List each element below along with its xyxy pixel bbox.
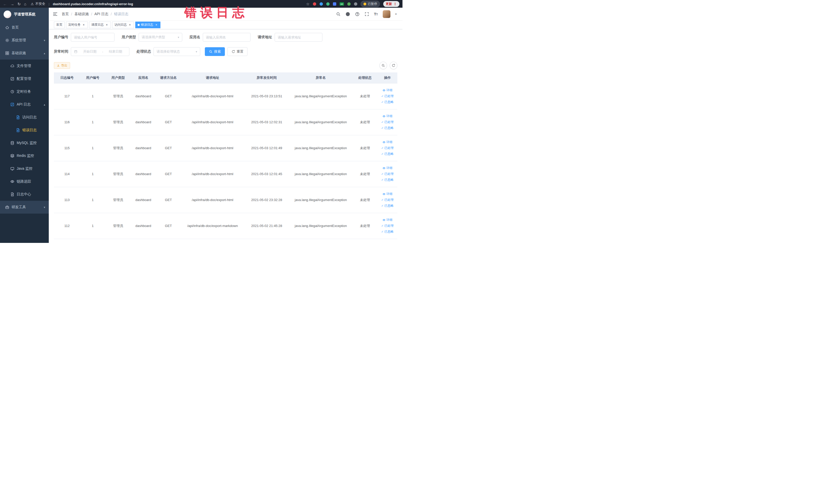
cell-user-id: 1 [80,161,105,187]
github-icon[interactable] [346,12,350,16]
breadcrumb-item[interactable]: API 日志 [95,12,108,16]
mark-processed-link[interactable]: ✓ 已处理 [379,119,396,125]
check-icon: ✓ [381,197,384,203]
sidebar-item-infrastructure[interactable]: 基础设施 ▴ [0,47,49,60]
sidebar-item-dev-tools[interactable]: 研发工具 ▾ [0,201,49,214]
table-row[interactable]: 112 1 管理员 dashboard GET /api/infra/db-do… [54,213,398,239]
exception-time-label: 异常时间 [54,49,68,54]
reset-button[interactable]: 重置 [227,47,247,56]
table-row[interactable]: 117 1 管理员 dashboard GET /api/infra/db-do… [54,83,398,109]
extension-icon[interactable] [320,2,323,6]
menu-kebab-icon[interactable]: ⋮ [393,2,397,6]
sidebar-item-config-management[interactable]: 配置管理 [0,73,49,85]
close-icon[interactable]: × [82,23,85,27]
sidebar-item-system-management[interactable]: 系统管理 ▾ [0,34,49,47]
mark-processed-link[interactable]: ✓ 已处理 [379,223,396,229]
export-button[interactable]: 导出 [54,62,70,69]
app-logo-row[interactable]: 芋道管理系统 [0,8,49,21]
mark-processed-link[interactable]: ✓ 已处理 [379,197,396,203]
refresh-table-button[interactable] [390,62,398,69]
sidebar-item-log-center[interactable]: 日志中心 [0,188,49,201]
update-chip[interactable]: 更新 ⋮ [383,1,400,7]
mark-ignored-link[interactable]: ✓ 已忽略 [379,151,396,157]
close-icon[interactable]: × [105,23,108,27]
process-status-select[interactable]: 请选择处理状态 ▾ [154,47,200,56]
paused-chip[interactable]: 已暂停 [361,1,380,7]
table-row[interactable]: 113 1 管理员 dashboard GET /api/infra/db-do… [54,187,398,213]
extension-icon[interactable] [347,2,351,6]
security-chip[interactable]: ⚠ 不安全 [31,2,45,6]
tab-scheduled-jobs[interactable]: 定时任务 × [66,22,88,28]
search-icon[interactable] [336,12,341,16]
mark-processed-link[interactable]: ✓ 已处理 [379,93,396,99]
user-id-field[interactable] [71,33,115,42]
sidebar-menu: 首页 系统管理 ▾ 基础设施 ▴ 文件管理 配置管理 [0,21,49,214]
mark-ignored-link[interactable]: ✓ 已忽略 [379,99,396,105]
detail-link[interactable]: 详细 [379,165,396,171]
table-row[interactable]: 116 1 管理员 dashboard GET /api/infra/db-do… [54,109,398,135]
sidebar-item-redis-monitor[interactable]: Redis 监控 [0,149,49,162]
app-name-field[interactable] [203,33,250,42]
top-navbar: 首页 / 基础设施 / API 日志 / 错误日志 TT ▾ [49,8,403,21]
browser-forward-icon[interactable]: → [10,2,14,6]
user-type-select[interactable]: 请选择用户类型 ▾ [139,33,182,42]
cell-method: GET [156,135,181,161]
sidebar-item-error-log[interactable]: 错误日志 [0,124,49,137]
browser-reload-icon[interactable]: ↻ [18,2,21,6]
breadcrumb-item[interactable]: 首页 [62,12,69,16]
fullscreen-icon[interactable] [365,12,369,16]
bookmark-star-icon[interactable]: ☆ [306,2,309,6]
cell-user-id: 1 [80,187,105,213]
sidebar-item-home[interactable]: 首页 [0,21,49,34]
sidebar-item-access-log[interactable]: 访问日志 [0,111,49,124]
request-url-input[interactable] [278,36,319,39]
detail-link[interactable]: 详细 [379,87,396,93]
request-url-field[interactable] [274,33,322,42]
search-button[interactable]: 搜索 [205,47,225,56]
sidebar-item-mysql-monitor[interactable]: MySQL 监控 [0,137,49,149]
extension-on-badge[interactable]: on [340,2,344,6]
extension-icon[interactable] [326,2,330,6]
table-row[interactable]: 114 1 管理员 dashboard GET /api/infra/db-do… [54,161,398,187]
tab-schedule-log[interactable]: 调度日志 × [89,22,111,28]
detail-link[interactable]: 详细 [379,191,396,197]
toggle-search-button[interactable] [380,62,387,69]
user-avatar[interactable] [383,10,390,18]
help-icon[interactable] [355,12,360,16]
user-id-input[interactable] [74,36,111,39]
extension-icon[interactable] [333,2,336,6]
tab-access-log[interactable]: 访问日志 × [112,22,134,28]
tab-home[interactable]: 首页 [54,22,65,28]
table-row[interactable]: 115 1 管理员 dashboard GET /api/infra/db-do… [54,135,398,161]
hamburger-icon[interactable] [53,12,58,16]
sidebar-item-api-log[interactable]: API 日志 ▴ [0,98,49,111]
mark-ignored-link[interactable]: ✓ 已忽略 [379,125,396,131]
mark-ignored-link[interactable]: ✓ 已忽略 [379,177,396,183]
detail-link[interactable]: 详细 [379,113,396,119]
close-icon[interactable]: × [128,23,132,27]
sidebar-item-scheduled-jobs[interactable]: 定时任务 [0,85,49,98]
detail-link[interactable]: 详细 [379,139,396,145]
app-name-input[interactable] [206,36,247,39]
extension-icon[interactable] [313,2,316,6]
mark-ignored-link[interactable]: ✓ 已忽略 [379,229,396,235]
url-text[interactable]: dashboard.yudao.iocoder.cn/infra/log/api… [53,2,133,6]
check-icon: ✓ [381,145,384,151]
browser-home-icon[interactable]: ⌂ [24,2,26,6]
sidebar-item-file-management[interactable]: 文件管理 [0,60,49,73]
browser-back-icon[interactable]: ← [3,2,7,6]
check-icon: ✓ [381,203,384,209]
sidebar-item-java-monitor[interactable]: Java 监控 [0,162,49,175]
tab-error-log[interactable]: 错误日志 × [135,22,160,28]
extension-icon[interactable] [354,2,357,6]
font-size-icon[interactable]: TT [374,12,378,16]
mark-processed-link[interactable]: ✓ 已处理 [379,145,396,151]
exception-time-range-picker[interactable]: 开始日期 - 结束日期 [71,47,129,56]
breadcrumb-item[interactable]: 基础设施 [75,12,89,16]
mark-processed-link[interactable]: ✓ 已处理 [379,171,396,177]
avatar-caret-icon[interactable]: ▾ [395,13,396,15]
close-icon[interactable]: × [155,23,158,27]
mark-ignored-link[interactable]: ✓ 已忽略 [379,203,396,209]
sidebar-item-trace[interactable]: 链路追踪 [0,175,49,188]
detail-link[interactable]: 详细 [379,217,396,223]
